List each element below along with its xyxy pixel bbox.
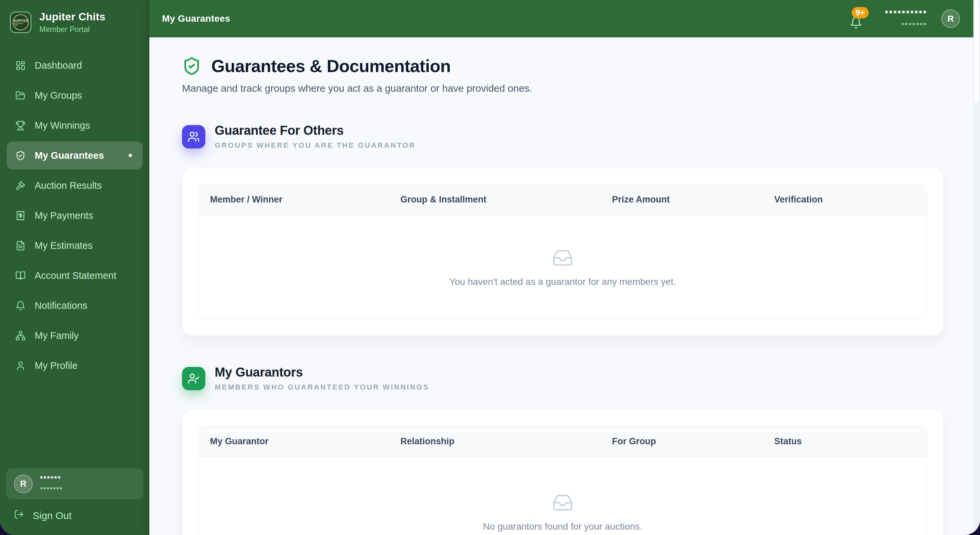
main-area: My Guarantees 9+ ********** ******* R Gu… (150, 0, 980, 535)
section-my-guarantors: My Guarantors MEMBERS WHO GUARANTEED YOU… (182, 365, 943, 535)
inbox-icon (552, 492, 573, 513)
notification-count-badge: 9+ (852, 7, 869, 18)
sidebar-item-my-guarantees[interactable]: My Guarantees (7, 141, 143, 169)
sidebar-item-label: My Family (35, 330, 79, 341)
topbar-masked-name: ********** (885, 9, 928, 18)
empty-state-text: No guarantors found for your auctions. (483, 521, 642, 532)
topbar: My Guarantees 9+ ********** ******* R (150, 0, 980, 37)
receipt-icon (15, 211, 25, 221)
folder-open-icon (15, 90, 25, 101)
sidebar: JUPITER FRATERNITY FUND Jupiter Chits Me… (0, 0, 150, 535)
sign-out-button[interactable]: Sign Out (0, 499, 150, 535)
empty-state-text: You haven't acted as a guarantor for any… (449, 276, 676, 287)
sidebar-item-label: Notifications (35, 300, 88, 311)
sidebar-item-my-profile[interactable]: My Profile (7, 351, 143, 380)
sidebar-spacer (0, 380, 150, 462)
sidebar-item-my-winnings[interactable]: My Winnings (7, 112, 143, 139)
logo-text-line1: JUPITER (13, 19, 28, 23)
sidebar-item-label: My Payments (35, 210, 93, 221)
topbar-right: 9+ ********** ******* R (849, 7, 960, 30)
section-head-text: Guarantee For Others GROUPS WHERE YOU AR… (215, 123, 416, 150)
sidebar-item-label: My Winnings (35, 120, 90, 131)
bell-icon (15, 300, 25, 311)
section-subtitle: MEMBERS WHO GUARANTEED YOUR WINNINGS (215, 383, 430, 391)
sidebar-item-my-estimates[interactable]: My Estimates (7, 232, 143, 259)
active-indicator-dot (129, 154, 132, 157)
topbar-avatar[interactable]: R (941, 10, 960, 28)
section-head: My Guarantors MEMBERS WHO GUARANTEED YOU… (182, 365, 943, 391)
sidebar-item-label: My Estimates (35, 240, 93, 251)
table-header-row: Member / Winner Group & Installment Priz… (199, 184, 927, 215)
sidebar-masked-name: ****** (40, 474, 63, 483)
column-header: My Guarantor (210, 436, 400, 447)
sign-out-label: Sign Out (33, 510, 72, 521)
dashboard-icon (15, 61, 25, 71)
sidebar-item-dashboard[interactable]: Dashboard (7, 51, 143, 79)
empty-state: No guarantors found for your auctions. (199, 457, 927, 535)
page-content: Guarantees & Documentation Manage and tr… (150, 37, 980, 535)
sidebar-item-my-payments[interactable]: My Payments (7, 201, 143, 230)
jupiter-logo-emblem: JUPITER FRATERNITY FUND (13, 14, 29, 30)
brand-text: Jupiter Chits Member Portal (39, 11, 105, 34)
sidebar-item-label: My Guarantees (35, 150, 104, 161)
my-guarantors-table: My Guarantor Relationship For Group Stat… (198, 426, 927, 535)
topbar-title: My Guarantees (162, 13, 230, 24)
sidebar-item-auction-results[interactable]: Auction Results (7, 171, 143, 200)
section-title: My Guarantors (215, 365, 430, 380)
column-header: Member / Winner (210, 195, 400, 205)
network-icon (15, 331, 25, 341)
notifications-button[interactable]: 9+ (849, 7, 871, 30)
brand: JUPITER FRATERNITY FUND Jupiter Chits Me… (0, 0, 150, 43)
sidebar-item-my-family[interactable]: My Family (7, 321, 143, 350)
section-subtitle: GROUPS WHERE YOU ARE THE GUARANTOR (215, 141, 416, 150)
topbar-user-info: ********** ******* (885, 9, 928, 29)
section-title: Guarantee For Others (215, 123, 416, 138)
sidebar-user-meta: ****** ******* (40, 474, 63, 493)
scrollbar-thumb[interactable] (974, 0, 979, 104)
sidebar-nav: DashboardMy GroupsMy WinningsMy Guarante… (0, 51, 150, 380)
page-subtitle: Manage and track groups where you act as… (182, 83, 943, 94)
empty-state: You haven't acted as a guarantor for any… (199, 215, 927, 319)
shield-check-icon (15, 150, 25, 161)
section-head: Guarantee For Others GROUPS WHERE YOU AR… (182, 123, 943, 150)
column-header: Status (774, 436, 915, 447)
app-window: JUPITER FRATERNITY FUND Jupiter Chits Me… (0, 0, 980, 535)
sidebar-avatar: R (14, 474, 33, 493)
logo-text-line2: FRATERNITY FUND (13, 23, 28, 26)
brand-subtitle: Member Portal (39, 25, 105, 34)
scrollbar-track[interactable] (973, 0, 980, 535)
section-guarantee-for-others: Guarantee For Others GROUPS WHERE YOU AR… (182, 123, 943, 336)
sidebar-item-label: Account Statement (35, 270, 116, 281)
column-header: Group & Installment (400, 195, 612, 205)
page-title: Guarantees & Documentation (212, 56, 451, 76)
sidebar-item-label: Dashboard (35, 60, 82, 71)
column-header: Verification (774, 195, 915, 205)
my-guarantors-card: My Guarantor Relationship For Group Stat… (182, 410, 943, 535)
column-header: Prize Amount (612, 195, 774, 205)
page-header: Guarantees & Documentation (182, 56, 943, 76)
logout-icon (14, 509, 24, 522)
brand-title: Jupiter Chits (39, 11, 105, 23)
column-header: For Group (612, 436, 774, 447)
book-open-icon (15, 270, 25, 281)
user-check-icon (182, 367, 205, 390)
section-head-text: My Guarantors MEMBERS WHO GUARANTEED YOU… (215, 365, 430, 391)
inbox-icon (552, 247, 573, 268)
trophy-icon (15, 120, 25, 131)
sidebar-item-label: Auction Results (35, 180, 102, 191)
file-text-icon (15, 241, 25, 251)
sidebar-item-label: My Groups (35, 90, 82, 101)
column-header: Relationship (400, 436, 612, 447)
sidebar-item-my-groups[interactable]: My Groups (7, 81, 143, 109)
table-header-row: My Guarantor Relationship For Group Stat… (199, 426, 927, 457)
sidebar-item-notifications[interactable]: Notifications (7, 292, 143, 319)
sidebar-user-card: R ****** ******* (6, 468, 143, 499)
sidebar-item-label: My Profile (35, 360, 78, 371)
gavel-icon (15, 180, 25, 191)
shield-check-icon (182, 56, 201, 76)
sidebar-item-account-statement[interactable]: Account Statement (7, 262, 143, 289)
guarantee-for-others-card: Member / Winner Group & Installment Priz… (182, 168, 943, 336)
guarantee-for-others-table: Member / Winner Group & Installment Priz… (198, 184, 927, 319)
sidebar-masked-sub: ******* (40, 485, 63, 493)
jupiter-logo: JUPITER FRATERNITY FUND (10, 12, 31, 33)
